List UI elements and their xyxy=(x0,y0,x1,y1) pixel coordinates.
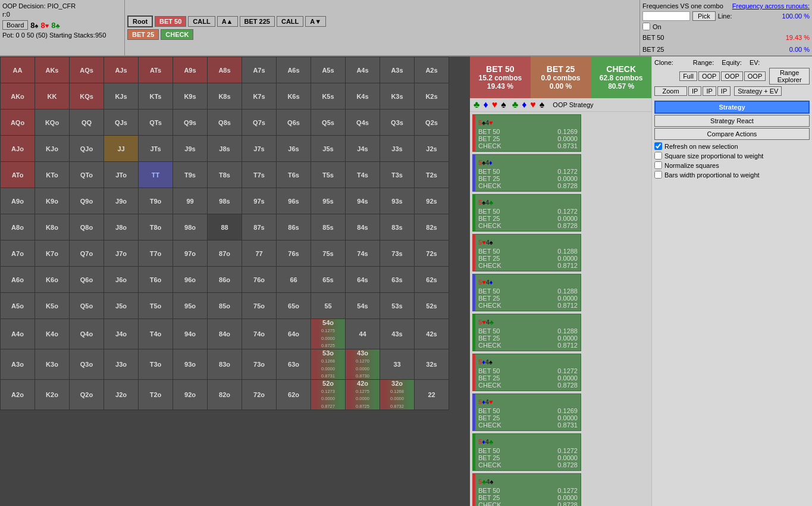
bet225-button[interactable]: BET 225 xyxy=(240,16,275,27)
matrix-cell-T3o[interactable]: T3o xyxy=(139,349,173,379)
matrix-cell-AKo[interactable]: AKo xyxy=(1,83,35,110)
matrix-cell-95o[interactable]: 95o xyxy=(173,293,208,319)
matrix-cell-J6s[interactable]: J6s xyxy=(277,136,311,162)
matrix-cell-54s[interactable]: 54s xyxy=(346,293,380,319)
matrix-cell-J2s[interactable]: J2s xyxy=(415,136,449,162)
matrix-cell-J7s[interactable]: J7s xyxy=(242,136,277,162)
bet25-button[interactable]: BET 25 xyxy=(127,29,159,40)
matrix-cell-A8s[interactable]: A8s xyxy=(208,57,242,83)
matrix-cell-J3s[interactable]: J3s xyxy=(380,136,415,162)
refresh-checkbox[interactable] xyxy=(654,142,662,150)
matrix-cell-J4o[interactable]: J4o xyxy=(104,319,139,349)
matrix-cell-Q9o[interactable]: Q9o xyxy=(70,188,104,214)
card-combo[interactable]: 5♠4♣BET 500.1272BET 250.0000CHECK0.8728 xyxy=(472,194,581,232)
call2-button[interactable]: CALL xyxy=(277,16,303,27)
matrix-cell-55[interactable]: 55 xyxy=(311,293,346,319)
matrix-cell-ATo[interactable]: ATo xyxy=(1,162,35,188)
ip-ev-button[interactable]: IP xyxy=(717,86,731,96)
board-button[interactable]: Board xyxy=(2,20,28,30)
ip-range-button[interactable]: IP xyxy=(688,86,701,96)
matrix-cell-K4s[interactable]: K4s xyxy=(346,83,380,110)
matrix-cell-82o[interactable]: 82o xyxy=(208,379,242,410)
card-combo[interactable]: 5♦4♥BET 500.1269BET 250.0000CHECK0.8731 xyxy=(472,393,581,431)
matrix-cell-64o[interactable]: 64o xyxy=(277,319,311,349)
matrix-cell-Q3o[interactable]: Q3o xyxy=(70,349,104,379)
matrix-cell-72o[interactable]: 72o xyxy=(242,379,277,410)
matrix-cell-53s[interactable]: 53s xyxy=(380,293,415,319)
matrix-cell-Q2s[interactable]: Q2s xyxy=(415,110,449,136)
matrix-cell-QTs[interactable]: QTs xyxy=(139,110,173,136)
matrix-cell-AA[interactable]: AA xyxy=(1,57,35,83)
matrix-cell-J5o[interactable]: J5o xyxy=(104,293,139,319)
matrix-cell-T9s[interactable]: T9s xyxy=(173,162,208,188)
matrix-cell-43s[interactable]: 43s xyxy=(380,319,415,349)
matrix-cell-74s[interactable]: 74s xyxy=(346,240,380,267)
matrix-cell-84o[interactable]: 84o xyxy=(208,319,242,349)
matrix-cell-54o[interactable]: 54o0.12750.00000.8725 xyxy=(311,319,346,349)
matrix-cell-J8s[interactable]: J8s xyxy=(208,136,242,162)
matrix-cell-42s[interactable]: 42s xyxy=(415,319,449,349)
card-combo[interactable]: 5♦4♠BET 500.1272BET 250.0000CHECK0.8728 xyxy=(472,354,581,391)
matrix-cell-Q9s[interactable]: Q9s xyxy=(173,110,208,136)
matrix-cell-84s[interactable]: 84s xyxy=(346,214,380,240)
matrix-cell-KK[interactable]: KK xyxy=(35,83,70,110)
matrix-cell-22[interactable]: 22 xyxy=(415,379,449,410)
matrix-cell-82s[interactable]: 82s xyxy=(415,214,449,240)
matrix-cell-53o[interactable]: 53o0.12680.00000.8731 xyxy=(311,349,346,379)
matrix-cell-KQs[interactable]: KQs xyxy=(70,83,104,110)
matrix-cell-62s[interactable]: 62s xyxy=(415,267,449,293)
matrix-cell-A5s[interactable]: A5s xyxy=(311,57,346,83)
matrix-cell-J7o[interactable]: J7o xyxy=(104,240,139,267)
matrix-cell-K6s[interactable]: K6s xyxy=(277,83,311,110)
suit-heart-2[interactable]: ♥ xyxy=(530,99,536,110)
matrix-cell-63o[interactable]: 63o xyxy=(277,349,311,379)
oop-equity-button[interactable]: OOP xyxy=(721,71,742,81)
card-combo[interactable]: 5♥4♦BET 500.1288BET 250.0000CHECK0.8712 xyxy=(472,274,581,311)
matrix-cell-ATs[interactable]: ATs xyxy=(139,57,173,83)
matrix-cell-A9o[interactable]: A9o xyxy=(1,188,35,214)
matrix-cell-QTo[interactable]: QTo xyxy=(70,162,104,188)
matrix-cell-65s[interactable]: 65s xyxy=(311,267,346,293)
matrix-cell-A4o[interactable]: A4o xyxy=(1,319,35,349)
pick-input[interactable] xyxy=(642,11,690,21)
matrix-cell-A4s[interactable]: A4s xyxy=(346,57,380,83)
matrix-cell-42o[interactable]: 42o0.12750.00000.8725 xyxy=(346,379,380,410)
matrix-cell-65o[interactable]: 65o xyxy=(277,293,311,319)
on-checkbox[interactable] xyxy=(642,23,650,30)
matrix-cell-J9s[interactable]: J9s xyxy=(173,136,208,162)
matrix-cell-T5s[interactable]: T5s xyxy=(311,162,346,188)
matrix-cell-A8o[interactable]: A8o xyxy=(1,214,35,240)
matrix-cell-A7o[interactable]: A7o xyxy=(1,240,35,267)
matrix-cell-Q3s[interactable]: Q3s xyxy=(380,110,415,136)
zoom-button[interactable]: Zoom xyxy=(654,86,687,96)
strategy-react-button[interactable]: Strategy React xyxy=(654,115,810,127)
pick-button[interactable]: Pick xyxy=(692,11,716,21)
matrix-cell-J4s[interactable]: J4s xyxy=(346,136,380,162)
matrix-cell-K2s[interactable]: K2s xyxy=(415,83,449,110)
matrix-cell-33[interactable]: 33 xyxy=(380,349,415,379)
matrix-cell-32o[interactable]: 32o0.12680.00000.8732 xyxy=(380,379,415,410)
matrix-cell-A2o[interactable]: A2o xyxy=(1,379,35,410)
card-combo[interactable]: 5♦4♣BET 500.1272BET 250.0000CHECK0.8728 xyxy=(472,433,581,471)
matrix-cell-98s[interactable]: 98s xyxy=(208,188,242,214)
matrix-cell-72s[interactable]: 72s xyxy=(415,240,449,267)
call1-button[interactable]: CALL xyxy=(188,16,215,27)
suit-spade-2[interactable]: ♠ xyxy=(540,99,545,110)
matrix-cell-87s[interactable]: 87s xyxy=(242,214,277,240)
matrix-cell-32s[interactable]: 32s xyxy=(415,349,449,379)
range-explorer-button[interactable]: Range Explorer xyxy=(769,68,810,85)
matrix-cell-66[interactable]: 66 xyxy=(277,267,311,293)
matrix-cell-A3s[interactable]: A3s xyxy=(380,57,415,83)
matrix-cell-K7o[interactable]: K7o xyxy=(35,240,70,267)
suit-diamond-2[interactable]: ♦ xyxy=(522,99,526,110)
matrix-cell-92o[interactable]: 92o xyxy=(173,379,208,410)
matrix-cell-44[interactable]: 44 xyxy=(346,319,380,349)
matrix-cell-Q5o[interactable]: Q5o xyxy=(70,293,104,319)
matrix-cell-KTo[interactable]: KTo xyxy=(35,162,70,188)
matrix-cell-JJ[interactable]: JJ xyxy=(104,136,139,162)
matrix-cell-K3o[interactable]: K3o xyxy=(35,349,70,379)
matrix-cell-93s[interactable]: 93s xyxy=(380,188,415,214)
bet50-button[interactable]: BET 50 xyxy=(155,16,186,27)
matrix-cell-AJo[interactable]: AJo xyxy=(1,136,35,162)
matrix-cell-73o[interactable]: 73o xyxy=(242,349,277,379)
